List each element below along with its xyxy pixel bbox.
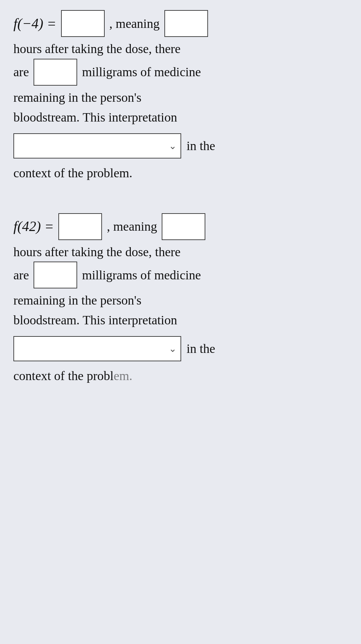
text-line3-2: remaining in the person's	[13, 290, 348, 310]
milligrams-input-2[interactable]	[34, 262, 77, 288]
text-line4-2: bloodstream. This interpretation	[13, 310, 348, 330]
problem-1: f(−4) = , meaning hours after taking the…	[13, 10, 348, 183]
dropdown-row-2: ⌄ in the	[13, 333, 348, 364]
text-line3-1: remaining in the person's	[13, 88, 348, 107]
dropdown-row-1: ⌄ in the	[13, 131, 348, 161]
equation-line-2: f(42) = , meaning	[13, 213, 348, 240]
meaning-label-2: , meaning	[107, 217, 157, 236]
answer-input-1[interactable]	[61, 10, 105, 37]
dropdown-1[interactable]: ⌄	[13, 133, 181, 158]
in-the-label-2: in the	[187, 339, 215, 359]
text-line1-1: hours after taking the dose, there	[13, 39, 348, 59]
answer-input-2[interactable]	[58, 213, 102, 240]
equation-label-1: f(−4) =	[13, 14, 56, 34]
meaning-input-2[interactable]	[162, 213, 205, 240]
text-line2-2: milligrams of medicine	[82, 265, 201, 285]
are-line-1: are milligrams of medicine	[13, 59, 348, 86]
are-label-1: are	[13, 62, 29, 82]
meaning-input-1[interactable]	[164, 10, 208, 37]
text-line2-1: milligrams of medicine	[82, 62, 201, 82]
text-line1-2: hours after taking the dose, there	[13, 242, 348, 262]
chevron-down-icon-1: ⌄	[169, 139, 176, 152]
problem-2: f(42) = , meaning hours after taking the…	[13, 213, 348, 386]
dropdown-2[interactable]: ⌄	[13, 336, 181, 361]
in-the-label-1: in the	[187, 136, 215, 156]
equation-label-2: f(42) =	[13, 217, 54, 236]
are-label-2: are	[13, 265, 29, 285]
milligrams-input-1[interactable]	[34, 59, 77, 86]
are-line-2: are milligrams of medicine	[13, 262, 348, 288]
chevron-down-icon-2: ⌄	[169, 342, 176, 355]
meaning-label-1: , meaning	[109, 14, 160, 34]
context-text-1: context of the problem.	[13, 163, 348, 183]
text-line4-1: bloodstream. This interpretation	[13, 107, 348, 127]
context-text-2-partial: context of the problem.	[13, 366, 348, 386]
equation-line-1: f(−4) = , meaning	[13, 10, 348, 37]
